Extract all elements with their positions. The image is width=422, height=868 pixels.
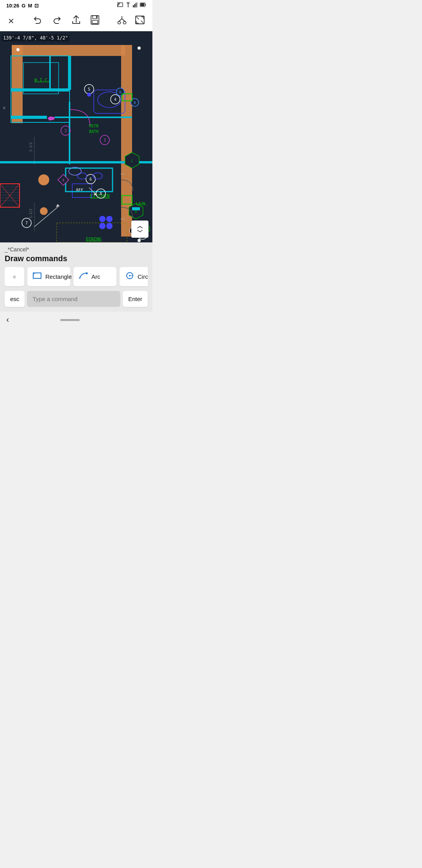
battery-icon — [140, 2, 146, 9]
svg-point-69 — [40, 207, 48, 215]
rectangle-label: Rectangle — [45, 273, 72, 280]
rectangle-icon — [33, 271, 42, 282]
svg-point-54 — [77, 173, 87, 179]
collapse-panel-button[interactable] — [131, 221, 148, 238]
svg-point-94 — [99, 223, 106, 229]
toolbar: ✕ — [0, 11, 152, 31]
svg-point-88 — [138, 47, 141, 50]
svg-text:W.I.C.: W.I.C. — [34, 77, 50, 82]
svg-point-14 — [118, 22, 121, 24]
close-button[interactable]: ✕ — [6, 15, 16, 27]
command-input[interactable] — [27, 291, 120, 307]
arc-label: Arc — [91, 273, 100, 280]
cad-drawing: W.I.C. MSTR BATH 5 4 B B 2 3 — [0, 31, 152, 242]
wifi-icon — [125, 2, 131, 9]
undo-button[interactable] — [31, 14, 44, 28]
svg-marker-84 — [56, 204, 59, 207]
svg-text:BATH: BATH — [89, 129, 98, 134]
share-button[interactable] — [70, 14, 82, 28]
toolbar-left: ✕ — [6, 15, 16, 27]
svg-point-93 — [106, 216, 113, 222]
svg-point-90 — [16, 48, 20, 51]
circle-button[interactable]: Circle — [120, 267, 148, 286]
svg-text:C: C — [131, 159, 133, 163]
redo-button[interactable] — [51, 14, 63, 28]
svg-text:1-1/2: 1-1/2 — [29, 209, 33, 218]
draw-commands-title: Draw commands — [5, 254, 148, 263]
google-icon: G — [21, 3, 25, 9]
expand-button[interactable] — [134, 14, 146, 28]
command-panel: _*Cancel* Draw commands e Rectangle — [0, 242, 152, 312]
cancel-text: _*Cancel* — [5, 246, 148, 253]
command-buttons-row: e Rectangle Arc — [5, 267, 148, 288]
svg-point-91 — [87, 93, 91, 97]
line-label: e — [13, 274, 16, 280]
mail-icon: M — [28, 3, 32, 9]
svg-point-66 — [38, 174, 49, 185]
signal-icon — [133, 2, 138, 9]
svg-point-15 — [123, 22, 126, 24]
status-right — [117, 2, 146, 9]
svg-text:6: 6 — [89, 177, 92, 181]
svg-text:LAUN.: LAUN. — [136, 202, 148, 206]
svg-rect-110 — [33, 273, 35, 274]
save-button[interactable] — [89, 14, 101, 28]
arc-button[interactable]: Arc — [73, 267, 116, 286]
home-indicator[interactable] — [60, 319, 80, 321]
svg-point-89 — [138, 239, 141, 242]
circle-label: Circle — [138, 273, 148, 280]
svg-text:B: B — [134, 101, 136, 105]
svg-text:4: 4 — [62, 178, 64, 182]
status-bar: 10:26 G M ⊡ — [0, 0, 152, 11]
esc-button[interactable]: esc — [5, 291, 25, 307]
svg-rect-4 — [134, 4, 136, 7]
svg-rect-9 — [141, 3, 145, 6]
coordinates-label: 139'-4 7/8", 48'-5 1/2" — [2, 34, 70, 41]
svg-text:B: B — [119, 90, 121, 94]
svg-text:2: 2 — [64, 129, 67, 133]
svg-point-2 — [128, 6, 129, 7]
circle-icon — [125, 271, 134, 282]
svg-text:1-1/2: 1-1/2 — [29, 142, 33, 152]
cut-button[interactable] — [116, 14, 128, 28]
svg-text:3: 3 — [104, 138, 106, 142]
svg-rect-13 — [96, 16, 97, 18]
rectangle-button[interactable]: Rectangle — [27, 267, 70, 286]
toolbar-right — [116, 14, 146, 28]
svg-text:7: 7 — [25, 221, 28, 225]
svg-rect-17 — [12, 45, 125, 56]
status-left: 10:26 G M ⊡ — [6, 3, 39, 9]
svg-text:DINING: DINING — [86, 237, 102, 242]
notification-icon: ⊡ — [34, 3, 39, 9]
arc-icon — [79, 271, 88, 282]
svg-text:MSTR: MSTR — [89, 124, 99, 128]
cad-canvas[interactable]: 139'-4 7/8", 48'-5 1/2" W.I.C. MSTR BATH — [0, 31, 152, 242]
toolbar-center — [31, 14, 101, 28]
svg-rect-8 — [145, 4, 146, 6]
svg-marker-96 — [48, 117, 55, 120]
svg-point-92 — [99, 216, 106, 222]
svg-rect-19 — [12, 45, 23, 123]
time-display: 10:26 — [6, 3, 19, 9]
enter-button[interactable]: Enter — [123, 291, 148, 307]
input-row: esc Enter — [5, 288, 148, 309]
svg-text:4: 4 — [114, 97, 116, 102]
svg-point-95 — [106, 223, 113, 229]
cast-icon — [117, 2, 123, 9]
svg-rect-5 — [136, 3, 137, 7]
svg-rect-12 — [92, 20, 98, 23]
svg-text:8: 8 — [100, 192, 102, 196]
svg-point-111 — [86, 273, 88, 274]
back-button[interactable]: ‹ — [6, 315, 9, 325]
svg-rect-6 — [137, 2, 138, 7]
line-button[interactable]: e — [5, 267, 24, 286]
bottom-nav: ‹ — [0, 312, 152, 330]
svg-rect-87 — [132, 207, 140, 210]
svg-text:5: 5 — [88, 87, 90, 91]
svg-rect-3 — [133, 5, 134, 7]
svg-text:M: M — [3, 106, 5, 110]
svg-text:D: D — [135, 210, 137, 214]
